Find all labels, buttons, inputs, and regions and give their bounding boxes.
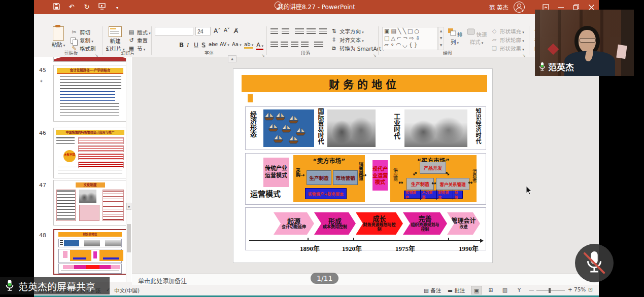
numbering-icon[interactable] [282,28,289,34]
orange-bullet[interactable] [248,94,253,102]
highlight-color-button[interactable]: ab [244,42,253,49]
font-size-combo[interactable] [195,27,211,35]
traditional-mode-box[interactable]: 传统产业运营模式 [263,158,289,187]
timeline-row[interactable]: 起源 会计功能延伸 形成 成本费用控制 成长 财务资源规划与控制 完善 组织资源… [245,207,486,250]
slideshow-view-icon[interactable]: 𝖸 [514,286,525,294]
align-text-button[interactable]: ⇳对齐文本 [330,36,364,44]
cut-button[interactable]: 剪切 [71,28,90,36]
italic-button[interactable]: I [187,42,189,49]
slide-sorter-view-icon[interactable]: ⊞ [485,286,496,294]
font-name-combo[interactable] [155,27,193,35]
economy-row[interactable]: 经济形态 国际贸易时代 工业时代 知识经济时代 [245,106,486,150]
language-indicator[interactable]: 中文(中国) [114,286,140,294]
fit-to-window-icon[interactable]: ⊡ [588,286,593,292]
text-direction-button[interactable]: ⇅文字方向 [330,27,364,35]
stage-refinement[interactable]: 完善 组织资源规划与控制 [403,212,447,235]
notes-placeholder[interactable]: 单击此处添加备注 [138,276,187,285]
change-case-button[interactable]: Aa [232,42,242,47]
status-bar: 幻灯片 第 48 张, 共 48 张 ✓ 中文(中国) ▤ 备注 ▬ 批注 ▣ … [34,285,599,295]
normal-view-icon[interactable]: ▣ [471,286,482,294]
justify-icon[interactable] [301,42,309,47]
bullets-icon[interactable] [270,28,278,34]
arrange-button[interactable]: 排列 [446,27,463,46]
redo-icon[interactable] [83,3,91,11]
quick-styles-button[interactable]: 快速样式 [465,27,488,46]
stage-growth[interactable]: 成长 财务资源规划与控制 [356,212,403,235]
seller-market-panel[interactable]: “卖方市场” 采购 → 生产制造 市场营销 销售渠道 → 实物资产+财务资本 [293,155,365,202]
zoom-slider[interactable] [536,290,565,291]
decrease-indent-icon[interactable] [295,28,304,34]
crm-box[interactable]: 客户关系管理 [436,178,469,190]
qat-customize-icon[interactable] [113,3,121,11]
shape-outline-button[interactable]: ▱形状轮廓 [491,36,524,44]
scroll-down-icon[interactable]: ▼ [126,203,131,210]
thumbnail-slide-44-partial[interactable] [53,57,127,62]
drawing-group-label: 绘图 [425,50,470,56]
zoom-in-icon[interactable]: + [568,286,572,292]
thumbnail-slide-45[interactable]: 会计发展路径---产学研结合 [53,65,127,122]
operation-row[interactable]: 传统产业运营模式 运营模式 “卖方市场” 采购 → 生产制造 市场营销 销售渠道… [245,153,486,205]
start-slideshow-icon[interactable] [98,3,106,11]
comments-toggle[interactable]: ▬ 批注 [448,286,465,294]
reset-button[interactable]: ↺重置 [128,36,148,44]
increase-indent-icon[interactable] [307,28,316,34]
line-spacing-icon[interactable] [319,28,327,34]
shrink-font-icon[interactable]: A˅ [224,27,230,33]
buyer-assets-bar[interactable]: 实物资产 人力资源 财务资本 品牌 [404,191,463,199]
zoom-slider-thumb[interactable] [549,288,551,293]
shape-outline-icon: ▱ [491,36,498,44]
scroll-up-icon[interactable]: ▲ [228,55,236,62]
account-name[interactable]: 范 英杰 [489,3,509,11]
slide[interactable]: 财务的地位 经济形态 国际贸易时代 工业时代 知识经济时代 [233,69,492,263]
new-slide-button[interactable]: 新建幻灯片 [105,26,125,52]
zoom-level[interactable]: 75% [574,286,586,292]
avatar[interactable] [514,2,525,13]
thumbnail-slide-48-selected[interactable]: 财务的地位 [53,229,127,275]
notes-toggle[interactable]: ▤ 备注 [424,286,441,294]
columns-icon[interactable] [314,42,323,47]
save-icon[interactable] [52,3,60,11]
layout-button[interactable]: ▤版式 [128,28,151,36]
underline-button[interactable]: U [194,42,198,49]
buyer-market-panel[interactable]: “买方市场” 供应商 ↔ 生产制造 产品开发 客户关系管理 ↔ ↔ ↔ ↔ 消费… [390,155,477,202]
thumbnail-scrollbar[interactable]: ▼ [126,57,131,282]
reading-view-icon[interactable]: ▥ [499,286,511,294]
webcam-video[interactable]: 范英杰 [535,10,634,76]
marketing-box[interactable]: 市场营销 [333,170,358,185]
thumbnail-slide-46[interactable]: 中国情境的特色管理会计应用与推广 大有不同 [53,128,127,178]
production-box[interactable]: 生产制造 [307,170,331,185]
align-left-icon[interactable] [270,42,278,47]
copy-button[interactable]: 复制 [71,36,93,44]
slide-thumbnail-panel: 45 会计发展路径---产学研结合 46 中国情境的特色管理会计应用与推广 大有… [34,57,132,282]
thumbnail-slide-47[interactable]: 文化制度 [53,180,127,226]
notes-pane[interactable]: 单击此处添加备注 [132,274,599,286]
stage-origin[interactable]: 起源 会计功能延伸 [274,212,314,235]
text-shadow-button[interactable]: S [201,42,206,49]
thumbnail-circle: 大有不同 [63,150,76,162]
paste-button[interactable]: 粘贴 [49,26,67,48]
shapes-row-icon: ▣▤╲╲□○ [383,27,437,35]
shapes-scroll[interactable]: ▲▼▼ [438,27,444,50]
stage-management-accounting[interactable]: 管理会计 改进 [447,212,480,235]
modern-mode-box[interactable]: 现代产业运营模式 [372,160,388,191]
mute-microphone-button[interactable] [575,244,614,282]
production-box-2[interactable]: 生产制造 [406,178,434,190]
clear-formatting-icon[interactable]: A̸ [234,27,238,34]
align-center-icon[interactable] [281,42,288,47]
shape-effects-button[interactable]: ❏形状效果 [491,45,524,52]
slide-title-banner[interactable]: 财务的地位 [242,75,487,92]
shapes-gallery[interactable]: ▣▤╲╲□○ □△⌐¬⇨⇩ ▱⚬◠◡{} [382,27,438,50]
strikethrough-button[interactable]: abc [209,42,218,47]
grow-font-icon[interactable]: A˄ [214,27,221,34]
quick-styles-icon [466,27,477,36]
shape-fill-button[interactable]: ◇形状填充 [491,27,524,35]
stage-formation[interactable]: 形成 成本费用控制 [314,212,356,235]
undo-icon[interactable] [67,3,76,11]
character-spacing-button[interactable]: AV [220,42,229,47]
seller-assets-bar[interactable]: 实物资产+财务资本 [305,188,347,199]
bold-button[interactable]: B [179,42,184,49]
align-right-icon[interactable] [291,42,298,47]
zoom-out-icon[interactable]: — [529,286,534,292]
year-label: 1990年 [459,243,479,253]
product-dev-box[interactable]: 产品开发 [420,162,446,174]
